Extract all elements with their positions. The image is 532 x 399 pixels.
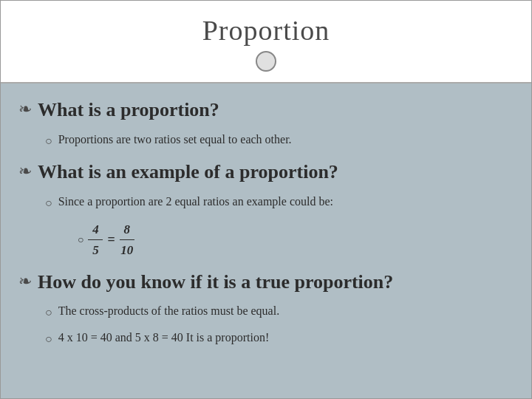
sub-bullet-icon-1: ○ xyxy=(45,134,52,149)
sub-item-since: ○ Since a proportion are 2 equal ratios … xyxy=(45,194,509,211)
sub-item-proportions: ○ Proportions are two ratios set equal t… xyxy=(45,132,509,149)
sub-text-since: Since a proportion are 2 equal ratios an… xyxy=(58,194,333,210)
slide-title: Proportion xyxy=(16,14,516,47)
sub-bullet-icon-3b: ○ xyxy=(45,332,52,347)
heading-text-1: What is a proportion? xyxy=(38,98,219,123)
open-bullet-icon: ○ xyxy=(78,232,83,248)
sub-text-proportions: Proportions are two ratios set equal to … xyxy=(58,132,292,148)
heading-bullet-icon-1: ❧ xyxy=(18,100,32,119)
equals-sign: = xyxy=(107,230,115,250)
sub-bullet-icon-2: ○ xyxy=(45,196,52,211)
sub-item-cross-products: ○ The cross-products of the ratios must … xyxy=(45,303,509,321)
sub-item-proof: ○ 4 x 10 = 40 and 5 x 8 = 40 It is a pro… xyxy=(45,330,509,347)
heading-what-example: ❧ What is an example of a proportion? xyxy=(18,160,509,185)
heading-bullet-icon-3: ❧ xyxy=(18,272,32,291)
fraction-numerator-1: 4 xyxy=(88,220,103,241)
fraction-block: ○ 4 5 = 8 10 xyxy=(64,220,509,260)
sub-text-cross-products: The cross-products of the ratios must be… xyxy=(58,303,279,319)
heading-bullet-icon-2: ❧ xyxy=(18,162,32,181)
heading-text-3: How do you know if it is a true proporti… xyxy=(38,270,393,295)
slide: Proportion ❧ What is a proportion? ○ Pro… xyxy=(0,0,532,399)
fraction-numerator-2: 8 xyxy=(120,220,134,241)
title-circle-decoration xyxy=(256,51,276,72)
heading-text-2: What is an example of a proportion? xyxy=(38,160,338,185)
title-section: Proportion xyxy=(1,1,531,83)
fraction-denominator-2: 10 xyxy=(120,240,134,260)
fraction-denominator-1: 5 xyxy=(88,240,103,260)
heading-how-know: ❧ How do you know if it is a true propor… xyxy=(18,270,509,295)
heading-what-is: ❧ What is a proportion? xyxy=(18,98,509,123)
sub-text-proof: 4 x 10 = 40 and 5 x 8 = 40 It is a propo… xyxy=(58,330,270,346)
sub-bullet-icon-3a: ○ xyxy=(45,305,52,321)
content-section: ❧ What is a proportion? ○ Proportions ar… xyxy=(1,83,531,398)
